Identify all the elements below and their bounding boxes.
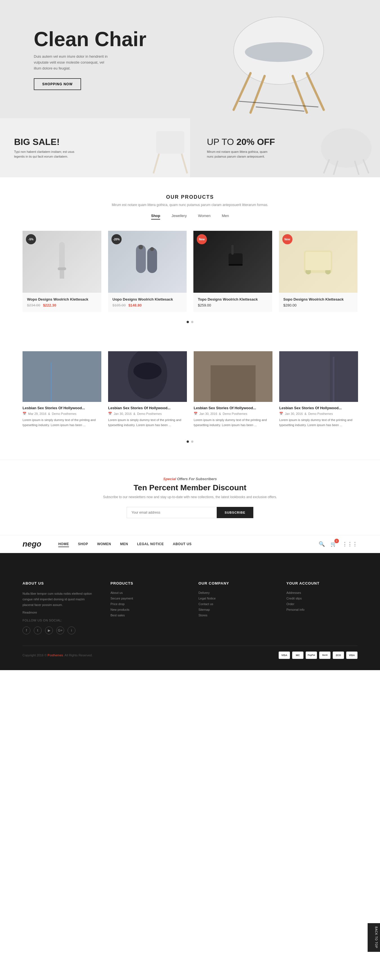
nav-link-home[interactable]: HOME — [58, 542, 69, 546]
footer-readmore-link[interactable]: Readmore — [22, 611, 94, 614]
svg-line-9 — [153, 154, 159, 173]
footer-link-contact[interactable]: Contact us — [199, 602, 270, 606]
product-name-3: Topo Designs Woolrich Klettesack — [198, 297, 268, 301]
footer-col-company: OUR COMPANY Delivery Legal Notice Contac… — [199, 581, 270, 634]
nav-link-about[interactable]: ABOUT US — [173, 542, 192, 546]
newsletter-tag-special: Special — [163, 477, 176, 481]
footer-link-order[interactable]: Order — [286, 602, 358, 606]
blog-card-1[interactable]: Lesbian Sex Stories Of Hollywood... 📅 Ma… — [22, 351, 101, 431]
blog-card-4[interactable]: Lesbian Sex Stories Of Hollywood... 📅 Ja… — [279, 351, 358, 431]
tab-men[interactable]: Men — [222, 214, 229, 220]
blog-author-sep-4: & — [305, 412, 307, 415]
tab-shop[interactable]: Shop — [151, 214, 161, 220]
banner-discount[interactable]: UP TO 20% OFF Mirum est notare quam litt… — [190, 118, 380, 177]
social-icon-googleplus[interactable]: G+ — [56, 627, 64, 635]
svg-line-12 — [324, 159, 329, 173]
blog-info-2: Lesbian Sex Stories Of Hollywood... 📅 Ja… — [108, 402, 187, 431]
tab-women[interactable]: Women — [198, 214, 211, 220]
cart-icon[interactable]: 🛒 0 — [331, 541, 337, 547]
social-icon-instagram[interactable]: i — [68, 627, 75, 635]
social-icon-facebook[interactable]: f — [22, 627, 30, 635]
blog-card-2[interactable]: Lesbian Sex Stories Of Hollywood... 📅 Ja… — [108, 351, 187, 431]
blog-title-3: Lesbian Sex Stories Of Hollywood... — [194, 406, 272, 410]
logo[interactable]: nego — [22, 539, 41, 549]
product-image-4: New — [279, 231, 358, 293]
footer-link-stores[interactable]: Stores — [199, 614, 270, 617]
footer-link-secure-payment[interactable]: Secure payment — [111, 597, 182, 600]
nav-link-men[interactable]: MEN — [120, 542, 128, 546]
svg-rect-18 — [60, 270, 64, 278]
product-image-2: -20% — [108, 231, 187, 293]
hero-cta-button[interactable]: SHOPPING NOW — [34, 78, 81, 90]
social-icon-twitter[interactable]: t — [34, 627, 42, 635]
dot-2[interactable] — [191, 321, 193, 323]
newsletter-subscribe-button[interactable]: SUBSCRIBE — [217, 507, 253, 518]
chair-illustration — [200, 6, 358, 118]
footer-link-new-products[interactable]: New products — [111, 608, 182, 611]
banners-section: BIG SALE! Typi non habent claritatem ins… — [0, 118, 380, 177]
nav-link-women[interactable]: WOMEN — [97, 542, 111, 546]
product-info-3: Topo Designs Woolrich Klettesack $259.00 — [193, 293, 272, 312]
product-price-1: $234.00 $222.30 — [27, 303, 97, 307]
svg-line-5 — [293, 76, 307, 113]
nav-link-legal[interactable]: LEGAL NOTICE — [137, 542, 164, 546]
products-subtitle: Mirum est notare quam littera gothica, q… — [22, 203, 358, 207]
product-badge-2: -20% — [111, 234, 122, 244]
product-badge-1: -5% — [26, 234, 36, 244]
footer-link-legal-notice[interactable]: Legal Notice — [199, 597, 270, 600]
payment-icons: VISA MC PayPal Skrill 2CO VISA — [279, 652, 358, 659]
dot-1[interactable] — [187, 321, 189, 323]
nav-link-shop[interactable]: SHOP — [78, 542, 88, 546]
product-card-3[interactable]: New Topo Designs Woolrich Klettesack $25… — [193, 231, 272, 312]
product-card-1[interactable]: -5% Wopo Designs Woolrich Klettesack $23… — [22, 231, 101, 312]
product-card-4[interactable]: New Sopo Designs Woolrich Klettesack $28… — [279, 231, 358, 312]
blog-meta-4: 📅 Jan 30, 2016 & Demo Posthemes — [279, 412, 358, 415]
blog-dots — [22, 441, 358, 443]
blog-author-1: Demo Posthemes — [52, 412, 76, 415]
footer-bottom: Copyright 2016 © Posthemes. All Rights R… — [22, 646, 358, 659]
product-image-3: New — [193, 231, 272, 293]
footer-link-personal-info[interactable]: Personal info — [286, 608, 358, 611]
svg-rect-23 — [229, 253, 243, 264]
footer-link-price-drop[interactable]: Price drop — [111, 602, 182, 606]
banner-sale[interactable]: BIG SALE! Typi non habent claritatem ins… — [0, 118, 190, 177]
hero-subtitle: Duis autem vel eum iriure dolor in hendr… — [34, 54, 113, 71]
footer-col-about: ABOUT US Nulla liber tempor cum soluta n… — [22, 581, 94, 634]
blog-dot-1[interactable] — [187, 441, 189, 443]
product-card-2[interactable]: -20% Uopo Designs Woolrich Klettesack $1… — [108, 231, 187, 312]
svg-rect-20 — [147, 248, 157, 273]
svg-point-34 — [134, 363, 162, 379]
footer-link-sitemap[interactable]: Sitemap — [199, 608, 270, 611]
blog-card-3[interactable]: Lesbian Sex Stories Of Hollywood... 📅 Ja… — [194, 351, 272, 431]
product-name-4: Sopo Designs Woolrich Klettesack — [283, 297, 353, 301]
product-new-price-1: $222.30 — [43, 303, 56, 307]
blog-section: Lesbian Sex Stories Of Hollywood... 📅 Ma… — [0, 340, 380, 460]
tab-jewellery[interactable]: Jewellery — [172, 214, 187, 220]
svg-rect-31 — [51, 363, 52, 402]
product-price-value-4: $280.00 — [283, 303, 297, 307]
social-icon-youtube[interactable]: ▶ — [45, 627, 53, 635]
blog-dot-2[interactable] — [191, 441, 193, 443]
footer-products-title: PRODUCTS — [111, 581, 182, 585]
payment-mc: MC — [292, 652, 304, 659]
search-icon[interactable]: 🔍 — [319, 541, 325, 547]
svg-rect-39 — [333, 357, 334, 402]
footer-link-aboutus[interactable]: About us — [111, 591, 182, 594]
banner-discount-title: UP TO 20% OFF — [207, 137, 275, 147]
blog-calendar-icon-3: 📅 — [194, 412, 197, 415]
payment-visa: VISA — [279, 652, 290, 659]
newsletter-email-input[interactable] — [127, 507, 217, 518]
banner-sale-subtitle: Typi non habent claritatem insitam; est … — [14, 150, 76, 159]
banner-percent: 20% OFF — [237, 137, 275, 147]
newsletter-section: Special Offers For Subscribers Ten Perce… — [0, 460, 380, 535]
product-visual-2 — [133, 239, 161, 284]
blog-excerpt-3: Lorem ipsum is simply dummy text of the … — [194, 418, 272, 428]
menu-icon[interactable]: ⋮⋮⋮ — [342, 541, 358, 547]
footer-link-addresses[interactable]: Addresses — [286, 591, 358, 594]
svg-rect-16 — [59, 242, 65, 270]
product-info-4: Sopo Designs Woolrich Klettesack $280.00 — [279, 293, 358, 312]
footer-link-delivery[interactable]: Delivery — [199, 591, 270, 594]
footer-link-credit-slips[interactable]: Credit slips — [286, 597, 358, 600]
blog-author-sep-1: & — [48, 412, 50, 415]
footer-link-best-sales[interactable]: Best sales — [111, 614, 182, 617]
